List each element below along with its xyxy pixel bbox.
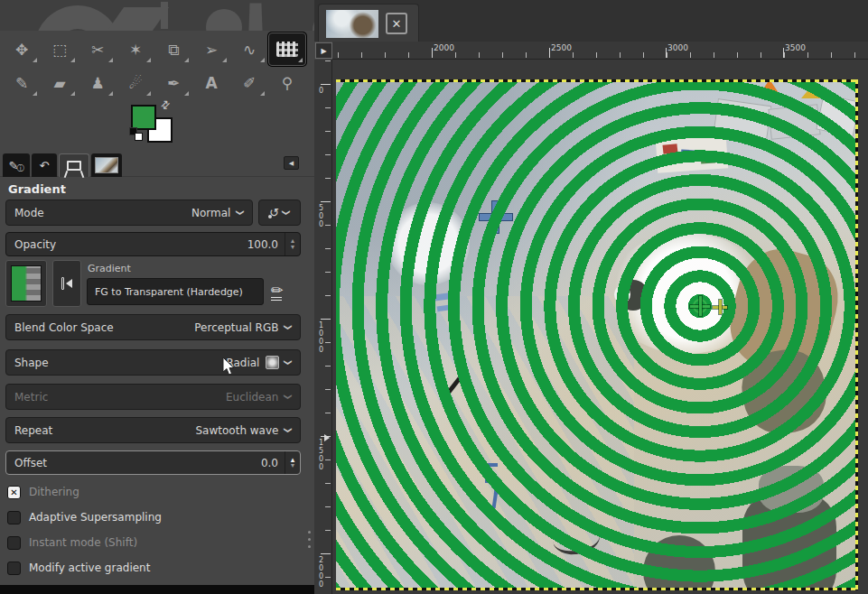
- radial-gradient-rings: [336, 79, 858, 590]
- gradient-preview-button[interactable]: [5, 260, 47, 307]
- fg-bg-color-selector: ⇄: [126, 99, 190, 146]
- adaptive-supersampling-checkbox-row[interactable]: Adaptive Supersampling: [7, 510, 162, 524]
- undo-arrow-icon: ↶: [40, 159, 50, 172]
- mode-label: Mode: [14, 207, 191, 219]
- metric-label: Metric: [14, 391, 226, 404]
- dithering-checkbox-row[interactable]: ✕ Dithering: [7, 485, 79, 499]
- tab-images[interactable]: [59, 153, 89, 177]
- flip-triangle-icon: [66, 279, 72, 288]
- color-picker-tool-icon[interactable]: ✐: [231, 67, 267, 98]
- eraser-tool-icon[interactable]: ▰: [42, 67, 78, 98]
- offset-value: 0.0: [261, 457, 278, 469]
- mouse-cursor: [222, 357, 237, 377]
- dithering-label: Dithering: [29, 486, 79, 498]
- tab-image-thumbnail[interactable]: [91, 153, 122, 177]
- vertical-ruler[interactable]: 0 500 1000 1500 2000: [314, 60, 332, 594]
- clone-tool-icon[interactable]: ♟: [79, 67, 116, 98]
- repeat-dropdown[interactable]: Repeat Sawtooth wave ❯: [5, 417, 301, 443]
- dock-resize-handle[interactable]: [305, 531, 313, 548]
- layer-boundary-top: [336, 79, 858, 82]
- reverse-gradient-button[interactable]: [52, 260, 81, 307]
- gradient-start-handle[interactable]: [690, 296, 710, 316]
- layer-boundary-bottom: [336, 588, 858, 590]
- ruler-corner-menu-button[interactable]: ▶: [315, 42, 332, 59]
- horizontal-ruler[interactable]: 2000 2500 3000 3500: [332, 42, 868, 60]
- scissors-select-tool-icon[interactable]: ✂: [79, 33, 116, 65]
- crop-tool-icon[interactable]: ⧉: [155, 33, 191, 65]
- toolbox: ✥ ⬚ ✂ ✶ ⧉ ➢ ∿ ✎ ▰ ♟ ☄ ✒ A ✐ ⚲: [0, 31, 314, 105]
- zoom-tool-icon[interactable]: ⚲: [269, 67, 305, 98]
- chevron-down-icon: ❯: [285, 427, 293, 434]
- pencil-tool-icon[interactable]: ✎: [4, 67, 40, 98]
- image-tab[interactable]: ✕: [318, 4, 419, 42]
- tool-options-title: Gradient: [8, 182, 66, 196]
- v-ruler-label: 1500: [317, 439, 324, 471]
- h-ruler-label: 3500: [785, 43, 806, 52]
- gradient-end-handle[interactable]: [713, 300, 727, 314]
- checkbox-unchecked[interactable]: [7, 536, 21, 550]
- offset-label: Offset: [14, 457, 261, 469]
- gradient-select[interactable]: FG to Transparent (Hardedge): [87, 278, 264, 305]
- instant-mode-checkbox-row[interactable]: Instant mode (Shift): [7, 535, 137, 550]
- instant-mode-label: Instant mode (Shift): [29, 536, 137, 549]
- blend-color-space-label: Blend Color Space: [14, 321, 194, 334]
- gradient-tool-icon[interactable]: [268, 32, 306, 66]
- transform-tool-icon[interactable]: ➢: [193, 33, 229, 65]
- opacity-value: 100.0: [247, 238, 278, 251]
- tab-tool-options[interactable]: ✎ⓘ: [3, 153, 30, 177]
- opacity-spinner[interactable]: ▴ ▾: [285, 233, 300, 255]
- mode-dropdown[interactable]: Mode Normal ❯: [5, 200, 253, 226]
- h-ruler-label: 2000: [434, 43, 454, 52]
- checkbox-unchecked[interactable]: [7, 511, 21, 524]
- warp-transform-tool-icon[interactable]: ∿: [231, 33, 267, 65]
- gradient-name: FG to Transparent (Hardedge): [95, 286, 243, 298]
- flip-bar-icon: [61, 277, 64, 290]
- checkbox-checked[interactable]: ✕: [7, 486, 21, 499]
- dock-bottom-bar: [0, 585, 314, 594]
- edit-gradient-icon[interactable]: ✏: [271, 282, 293, 302]
- h-ruler-ticks: [338, 52, 868, 58]
- dock-tab-bar: ✎ⓘ ↶: [0, 153, 314, 177]
- default-colors-icon[interactable]: [129, 127, 144, 142]
- checkbox-unchecked[interactable]: [7, 562, 21, 575]
- mode-switch-button[interactable]: ↺ ❯: [258, 200, 301, 226]
- text-tool-icon[interactable]: A: [193, 67, 229, 98]
- tab-undo-history[interactable]: ↶: [32, 153, 57, 177]
- v-ruler-label: 2000: [317, 556, 324, 589]
- chevron-down-icon: ❯: [282, 209, 290, 217]
- gimp-wilber-watermark: [0, 0, 314, 31]
- image-tab-strip: ✕: [314, 0, 868, 42]
- opacity-slider[interactable]: Opacity 100.0 ▴ ▾: [5, 232, 301, 256]
- smudge-tool-icon[interactable]: ☄: [117, 67, 154, 98]
- swap-colors-icon[interactable]: ⇄: [158, 97, 173, 112]
- layer-boundary-right: [855, 79, 858, 590]
- chevron-down-icon: ❯: [237, 209, 245, 217]
- blend-color-space-dropdown[interactable]: Blend Color Space Perceptual RGB ❯: [5, 314, 301, 340]
- offset-spinner[interactable]: ▴ ▾: [285, 451, 300, 474]
- modify-active-gradient-label: Modify active gradient: [29, 562, 150, 574]
- modify-active-gradient-checkbox-row[interactable]: Modify active gradient: [7, 561, 150, 575]
- foreground-color-swatch[interactable]: [131, 105, 156, 130]
- radial-shape-icon: [266, 356, 279, 369]
- canvas-viewport[interactable]: [332, 60, 868, 594]
- move-tool-icon[interactable]: ✥: [4, 33, 40, 65]
- gradient-caption: Gradient: [88, 263, 131, 274]
- canvas-image[interactable]: [336, 79, 858, 590]
- close-image-icon[interactable]: ✕: [386, 13, 407, 34]
- rectangle-select-tool-icon[interactable]: ⬚: [42, 33, 78, 65]
- v-ruler-label: 0: [317, 87, 324, 95]
- image-thumbnail-icon: [95, 157, 118, 173]
- shape-label: Shape: [14, 357, 226, 369]
- mode-value: Normal: [191, 207, 230, 219]
- chevron-down-icon: ❯: [285, 394, 293, 401]
- v-ruler-label: 500: [317, 204, 324, 228]
- ink-tool-icon[interactable]: ✒: [155, 67, 191, 98]
- fuzzy-select-tool-icon[interactable]: ✶: [117, 33, 154, 65]
- shape-dropdown[interactable]: Shape Radial ❯: [5, 349, 301, 376]
- offset-slider[interactable]: Offset 0.0 ▴ ▾: [5, 450, 301, 475]
- menu-arrow-icon: ◀: [289, 160, 294, 167]
- dock-menu-button[interactable]: ◀: [284, 156, 299, 170]
- gradient-swatch: [11, 265, 42, 302]
- opacity-label: Opacity: [14, 238, 247, 251]
- h-ruler-label: 2500: [551, 43, 572, 52]
